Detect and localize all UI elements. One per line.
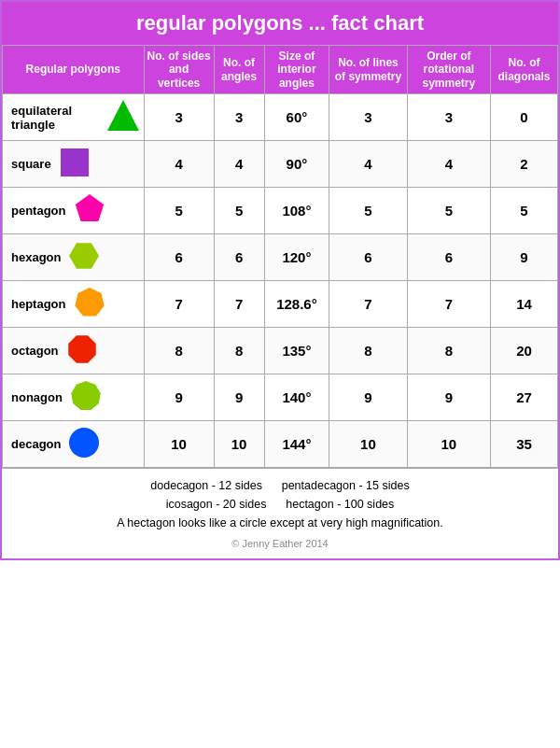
sides-value: 3	[144, 94, 214, 141]
polygon-name-cell: nonagon	[3, 374, 145, 421]
rotational-symmetry-value: 9	[407, 374, 490, 421]
interior-angle-value: 144°	[264, 421, 329, 468]
lines-symmetry-value: 4	[329, 141, 407, 188]
polygon-name-cell: square	[3, 141, 145, 188]
polygon-name-cell: heptagon	[3, 281, 145, 328]
shape-name-label: decagon	[11, 437, 61, 451]
svg-marker-4	[75, 288, 104, 316]
shape-name-label: pentagon	[11, 204, 66, 218]
svg-point-7	[69, 428, 99, 458]
shape-cell: equilateral triangle	[6, 98, 141, 136]
table-row: octagon88135°8820	[3, 328, 558, 374]
table-row: nonagon99140°9927	[3, 374, 558, 421]
footer-pentadecagon: pentadecagon - 15 sides	[282, 479, 410, 492]
lines-symmetry-value: 10	[329, 421, 407, 468]
lines-symmetry-value: 6	[329, 234, 407, 281]
rotational-symmetry-value: 6	[407, 234, 490, 281]
shape-name-label: hexagon	[11, 250, 61, 264]
svg-rect-1	[61, 148, 89, 176]
table-row: pentagon55108°555	[3, 188, 558, 234]
angles-value: 9	[214, 374, 264, 421]
svg-marker-2	[75, 194, 103, 221]
polygon-name-cell: decagon	[3, 421, 145, 468]
octagon-icon	[64, 332, 100, 370]
table-row: decagon1010144°101035	[3, 421, 558, 468]
sides-value: 6	[144, 234, 214, 281]
sides-value: 4	[144, 141, 214, 188]
shape-cell: decagon	[6, 425, 141, 463]
rotational-symmetry-value: 8	[407, 328, 490, 374]
heptagon-icon	[72, 285, 107, 323]
footer-note: A hectagon looks like a circle except at…	[117, 516, 443, 529]
shape-cell: octagon	[6, 332, 141, 370]
diagonals-value: 14	[491, 281, 558, 328]
footer-line2: icosagon - 20 sides hectagon - 100 sides	[11, 495, 549, 514]
circle-icon	[66, 425, 102, 463]
footer-hectagon: hectagon - 100 sides	[286, 498, 394, 511]
svg-marker-6	[71, 381, 101, 410]
rotational-symmetry-value: 3	[407, 94, 490, 141]
interior-angle-value: 128.6°	[264, 281, 329, 328]
angles-value: 10	[214, 421, 264, 468]
svg-marker-3	[69, 243, 99, 269]
diagonals-value: 2	[491, 141, 558, 188]
rotational-symmetry-value: 4	[407, 141, 490, 188]
diagonals-value: 0	[491, 94, 558, 141]
shape-name-label: heptagon	[11, 297, 66, 311]
interior-angle-value: 135°	[264, 328, 329, 374]
interior-angle-value: 120°	[264, 234, 329, 281]
hexagon-icon	[66, 238, 102, 276]
svg-marker-0	[107, 100, 139, 131]
polygon-name-cell: equilateral triangle	[3, 94, 145, 141]
diagonals-value: 20	[491, 328, 558, 374]
angles-value: 8	[214, 328, 264, 374]
header-col6: No. of diagonals	[491, 46, 558, 94]
header-col3: Size of interior angles	[264, 46, 329, 94]
table-row: hexagon66120°669	[3, 234, 558, 281]
shape-cell: nonagon	[6, 378, 141, 416]
angles-value: 7	[214, 281, 264, 328]
table-row: square4490°442	[3, 141, 558, 188]
header-col2: No. of angles	[214, 46, 264, 94]
header-col1: No. of sides and vertices	[144, 46, 214, 94]
polygon-name-cell: pentagon	[3, 188, 145, 234]
nonagon-icon	[68, 378, 104, 416]
page-title: regular polygons ... fact chart	[136, 11, 424, 35]
polygon-name-cell: hexagon	[3, 234, 145, 281]
angles-value: 5	[214, 188, 264, 234]
header-col0: Regular polygons	[3, 46, 145, 94]
lines-symmetry-value: 5	[329, 188, 407, 234]
angles-value: 4	[214, 141, 264, 188]
diagonals-value: 35	[491, 421, 558, 468]
fact-table: Regular polygons No. of sides and vertic…	[2, 45, 558, 468]
header-col5: Order of rotational symmetry	[407, 46, 490, 94]
diagonals-value: 5	[491, 188, 558, 234]
lines-symmetry-value: 3	[329, 94, 407, 141]
rotational-symmetry-value: 7	[407, 281, 490, 328]
diagonals-value: 9	[491, 234, 558, 281]
footer-icosagon: icosagon - 20 sides	[166, 498, 267, 511]
sides-value: 8	[144, 328, 214, 374]
shape-cell: hexagon	[6, 238, 141, 276]
interior-angle-value: 60°	[264, 94, 329, 141]
diagonals-value: 27	[491, 374, 558, 421]
interior-angle-value: 140°	[264, 374, 329, 421]
sides-value: 10	[144, 421, 214, 468]
lines-symmetry-value: 8	[329, 328, 407, 374]
sides-value: 7	[144, 281, 214, 328]
pentagon-icon	[72, 191, 107, 230]
square-icon	[57, 145, 92, 183]
shape-name-label: nonagon	[11, 390, 63, 404]
rotational-symmetry-value: 10	[407, 421, 490, 468]
interior-angle-value: 90°	[264, 141, 329, 188]
table-row: equilateral triangle3360°330	[3, 94, 558, 141]
polygon-name-cell: octagon	[3, 328, 145, 374]
shape-cell: pentagon	[6, 191, 141, 230]
title-bar: regular polygons ... fact chart	[2, 2, 558, 45]
footer-line3: A hectagon looks like a circle except at…	[11, 514, 549, 532]
shape-name-label: octagon	[11, 344, 59, 358]
footer-dodecagon: dodecagon - 12 sides	[150, 479, 262, 492]
shape-cell: heptagon	[6, 285, 141, 323]
header-col4: No. of lines of symmetry	[329, 46, 407, 94]
sides-value: 9	[144, 374, 214, 421]
